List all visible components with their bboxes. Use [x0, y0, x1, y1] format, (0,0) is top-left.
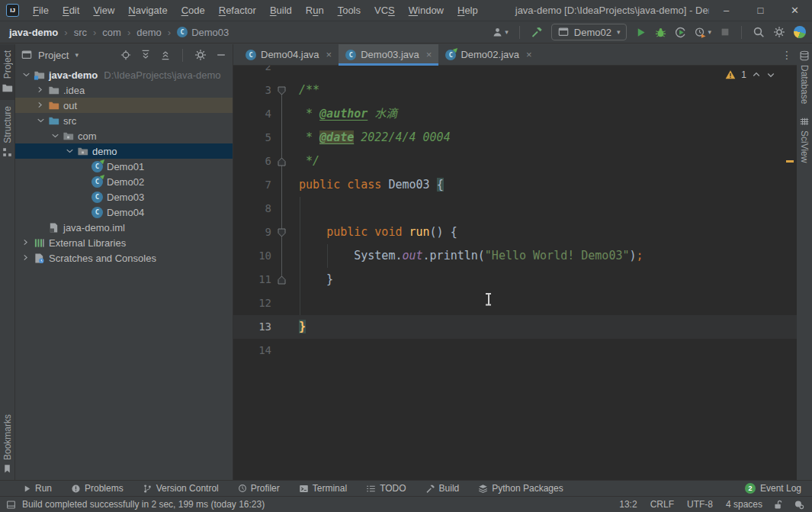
tool-window-button-todo[interactable]: TODO [366, 483, 406, 494]
code-line-13[interactable]: 13} [233, 315, 797, 339]
fold-marker[interactable] [271, 221, 292, 244]
tool-button-database[interactable]: Database [797, 44, 812, 110]
tree-item-demo04[interactable]: CDemo04 [15, 204, 233, 220]
code-line-2[interactable]: 2 [233, 66, 797, 79]
minimize-button[interactable]: – [709, 0, 743, 21]
close-tab-icon[interactable]: × [526, 49, 532, 60]
tree-item-out[interactable]: out [15, 98, 233, 113]
tree-item-java-demo-iml[interactable]: java-demo.iml [15, 220, 233, 235]
code-line-4[interactable]: 4 * @author 水滴 [233, 102, 797, 126]
tree-item-scratches-and-consoles[interactable]: Scratches and Consoles [15, 250, 233, 266]
tool-window-button-version-control[interactable]: Version Control [143, 483, 219, 494]
tool-window-button-run[interactable]: Run [23, 483, 52, 494]
fold-marker[interactable] [271, 150, 292, 173]
code-line-12[interactable]: 12 [233, 291, 797, 315]
chevron-right-icon[interactable] [34, 86, 47, 95]
menu-window[interactable]: Window [402, 0, 451, 21]
tool-window-button-profiler[interactable]: Profiler [238, 483, 280, 494]
inspections-widget[interactable]: 1 [725, 69, 775, 80]
code-line-5[interactable]: 5 * @date 2022/4/4 0004 [233, 126, 797, 150]
debug-button[interactable] [655, 27, 666, 38]
code-line-14[interactable]: 14 [233, 339, 797, 362]
code-line-3[interactable]: 3/** [233, 79, 797, 102]
menu-tools[interactable]: Tools [331, 0, 367, 21]
menu-edit[interactable]: Edit [56, 0, 86, 21]
code-line-7[interactable]: 7public class Demo03 { [233, 173, 797, 197]
code-line-11[interactable]: 11 } [233, 268, 797, 291]
tree-item-demo02[interactable]: CDemo02 [15, 174, 233, 189]
next-problem-button[interactable] [766, 70, 775, 79]
menu-build[interactable]: Build [263, 0, 299, 21]
code-line-9[interactable]: 9 public void run() { [233, 221, 797, 244]
project-view-selector[interactable]: Project ▾ [21, 50, 79, 61]
coverage-button[interactable] [675, 27, 686, 38]
select-opened-file-button[interactable] [120, 50, 131, 60]
error-stripe-warning-mark[interactable] [786, 160, 794, 163]
breadcrumb-item-demo[interactable]: demo [136, 27, 162, 38]
run-button[interactable] [635, 27, 647, 38]
breadcrumb-item-src[interactable]: src [74, 27, 87, 38]
chevron-right-icon[interactable] [34, 101, 47, 110]
menu-vcs[interactable]: VCS [367, 0, 402, 21]
hide-panel-button[interactable] [216, 50, 226, 60]
code-line-6[interactable]: 6 */ [233, 150, 797, 173]
tree-item-demo01[interactable]: CDemo01 [15, 159, 233, 174]
close-tab-icon[interactable]: × [326, 49, 332, 60]
tool-window-toggle-icon[interactable] [6, 500, 16, 510]
tree-item-demo03[interactable]: CDemo03 [15, 189, 233, 204]
run-configuration-selector[interactable]: Demo02 ▾ [551, 24, 627, 40]
code-line-10[interactable]: 10 System.out.println("Hello World! Demo… [233, 244, 797, 268]
tool-button-project[interactable]: Project [0, 44, 14, 100]
menu-run[interactable]: Run [299, 0, 331, 21]
fold-marker[interactable] [271, 268, 292, 291]
editor-area[interactable]: CDemo04.java×CDemo03.java×CDemo02.java×⋮… [233, 44, 797, 480]
editor-options-kebab-icon[interactable]: ⋮ [777, 44, 797, 65]
breadcrumb-item-demo03[interactable]: CDemo03 [177, 27, 229, 38]
tree-item-com[interactable]: com [15, 128, 233, 143]
menu-navigate[interactable]: Navigate [121, 0, 174, 21]
editor-tab-demo04-java[interactable]: CDemo04.java× [239, 44, 339, 65]
tool-window-button-python-packages[interactable]: Python Packages [478, 483, 563, 494]
tool-window-button-terminal[interactable]: Terminal [299, 483, 347, 494]
menu-view[interactable]: View [86, 0, 121, 21]
tree-item-demo[interactable]: demo [15, 143, 233, 159]
maximize-button[interactable]: □ [743, 0, 778, 21]
chevron-right-icon[interactable] [20, 239, 33, 247]
search-everywhere-button[interactable] [753, 26, 765, 38]
chevron-down-icon[interactable] [20, 71, 33, 79]
chevron-down-icon[interactable] [63, 147, 76, 156]
chevron-down-icon[interactable] [34, 117, 47, 125]
code-line-8[interactable]: 8 [233, 197, 797, 221]
plugin-sphere-button[interactable] [794, 26, 806, 38]
collapse-all-button[interactable] [160, 50, 171, 60]
fold-marker[interactable] [271, 79, 292, 102]
tool-window-button-problems[interactable]: Problems [71, 483, 124, 494]
chevron-down-icon[interactable] [49, 132, 62, 140]
menu-code[interactable]: Code [175, 0, 212, 21]
breadcrumb-item-java-demo[interactable]: java-demo [9, 27, 58, 38]
menu-file[interactable]: File [26, 0, 56, 21]
close-button[interactable]: ✕ [778, 0, 812, 21]
caret-position-widget[interactable]: 13:2 [619, 499, 637, 510]
code-editor[interactable]: 23/**4 * @author 水滴5 * @date 2022/4/4 00… [233, 66, 797, 480]
tree-item-java-demo[interactable]: java-demoD:\IdeaProjects\java-demo [15, 67, 233, 82]
editor-tab-demo02-java[interactable]: CDemo02.java× [438, 44, 538, 65]
tree-item-src[interactable]: src [15, 113, 233, 128]
editor-tab-demo03-java[interactable]: CDemo03.java× [339, 44, 438, 65]
indent-widget[interactable]: 4 spaces [726, 499, 762, 510]
event-log-button[interactable]: 2Event Log [745, 483, 801, 494]
tree-item-external-libraries[interactable]: External Libraries [15, 235, 233, 250]
expand-all-button[interactable] [140, 50, 151, 60]
user-menu-button[interactable]: ▾ [492, 27, 509, 38]
tool-button-sciview[interactable]: SciView [797, 110, 812, 169]
tool-button-bookmarks[interactable]: Bookmarks [0, 408, 14, 480]
tool-window-button-build[interactable]: Build [425, 483, 460, 494]
profiler-button[interactable]: ▾ [695, 27, 711, 38]
encoding-widget[interactable]: UTF-8 [687, 499, 713, 510]
readonly-lock-icon[interactable] [773, 500, 783, 510]
settings-button[interactable] [773, 26, 785, 38]
build-project-button[interactable] [531, 26, 543, 38]
menu-help[interactable]: Help [451, 0, 485, 21]
breadcrumb-item-com[interactable]: com [102, 27, 121, 38]
tool-button-structure[interactable]: Structure [0, 100, 14, 163]
